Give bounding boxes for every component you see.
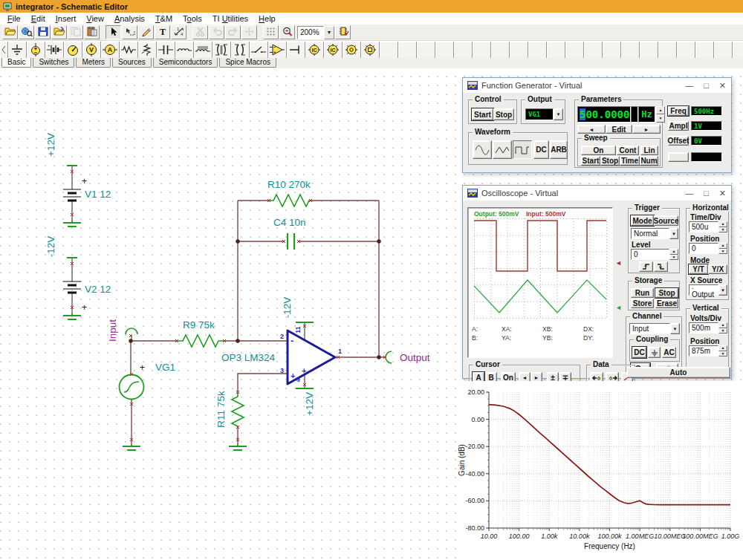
coupling-dc-button[interactable]: DC [632,347,646,358]
schematic-canvas[interactable]: + V1 12 +12V + V2 12 -12V Input + VG1 [0,68,743,560]
app-titlebar[interactable]: integrator - Schematic Editor [0,0,743,13]
fg-dc-button[interactable]: DC [533,140,549,159]
trigger-mode-dropdown-button[interactable]: ▼ [669,228,678,239]
fg-digit-left-button[interactable]: ◄ [577,125,606,134]
fg-digit-right-button[interactable]: ► [632,125,661,134]
tab-meters[interactable]: Meters [76,58,111,68]
zoom-button[interactable] [279,25,295,39]
fg-start-button[interactable]: Start [472,108,493,120]
import-button[interactable] [51,25,67,39]
menu-t-m[interactable]: T&M [151,13,178,24]
v-position-input[interactable]: 875m [689,345,718,356]
save-button[interactable] [35,25,51,39]
component-ammeter-button[interactable]: A [101,42,120,59]
menu-help[interactable]: Help [254,13,282,24]
menu-edit[interactable]: Edit [27,13,51,24]
trigger-level-marker[interactable]: ◄ [615,260,622,267]
tab-basic[interactable]: Basic [1,58,31,68]
fg-ampl-button[interactable]: Ampl [668,121,689,131]
fg-maximize-button[interactable]: □ [704,82,709,90]
component-resistor-button[interactable] [120,42,138,59]
trigger-level-spinner[interactable]: ▲▼ [669,249,678,260]
fg-blank-button[interactable] [668,152,689,162]
menu-tools[interactable]: Tools [178,13,208,24]
component-gauge-button[interactable] [64,42,82,59]
resistor-r9[interactable]: R9 75k [177,319,224,347]
source-vg1[interactable]: + VG1 [120,362,176,450]
fg-sweep-lin-button[interactable]: Lin [640,146,658,155]
zoom-level-value[interactable]: 200% [297,26,324,39]
fg-frequency-spinner[interactable]: ▲▼ [656,106,665,123]
undo-button[interactable] [209,25,224,39]
mode-yx-button[interactable]: Y/X [708,264,727,274]
trigger-mode-select[interactable]: Normal [631,228,669,239]
scope-minimize-button[interactable]: — [685,189,693,198]
tab-semiconductors[interactable]: Semiconductors [153,58,218,68]
timediv-spinner[interactable]: ▲▼ [718,221,727,232]
component-ic-1-button[interactable]: IC [305,42,324,59]
dimension-button[interactable]: 14 [171,25,186,39]
fg-sweep-stop-button[interactable]: Stop [600,156,620,166]
xsource-select[interactable]: . Output [689,284,718,296]
component-potentiometer-button[interactable] [138,42,157,59]
component-battery-button[interactable]: + [45,42,64,59]
trigger-level-input[interactable]: 0 [631,249,669,260]
fg-stop-button[interactable]: Stop [493,108,514,120]
component-ic-4-button[interactable] [361,42,380,59]
capacitor-c4[interactable]: C4 10n [273,217,306,250]
component-ground-button[interactable] [8,42,27,59]
trigger-source-button[interactable]: Source [654,215,678,226]
fg-sweep-cont-button[interactable]: Cont [617,146,639,155]
output-jack[interactable] [386,351,392,363]
menu-view[interactable]: View [82,13,110,24]
coupling-ground-button[interactable] [648,347,661,358]
component-inductor-button[interactable] [175,42,194,59]
open-button[interactable] [2,25,18,39]
menu-file[interactable]: File [3,13,27,24]
xsource-dropdown-button[interactable]: ▼ [718,284,727,296]
select-button[interactable] [106,25,121,39]
fg-sweep-on-button[interactable]: On [581,146,616,155]
zoom-dropdown-button[interactable]: ▼ [324,26,334,39]
voltsdiv-spinner[interactable]: ▲▼ [718,322,727,333]
storage-run-button[interactable]: Run [631,288,654,298]
storage-store-button[interactable]: Store [631,299,654,308]
component-voltmeter-button[interactable]: V [82,42,101,59]
voltsdiv-input[interactable]: 500m [689,322,718,333]
component-capacitor-button[interactable] [157,42,175,59]
fg-sweep-start-button[interactable]: Start [581,156,600,166]
component-inductor-core-button[interactable] [194,42,212,59]
paste-button[interactable] [84,25,100,39]
scope-auto-button[interactable]: Auto [626,367,730,378]
component-ic-2-button[interactable]: IC [324,42,343,59]
component-transformer-button[interactable] [212,42,231,59]
storage-stop-button[interactable]: Stop [655,288,678,298]
tab-sources[interactable]: Sources [112,58,152,68]
wires[interactable] [131,201,385,444]
component-opamp-button[interactable] [268,42,287,59]
h-position-spinner[interactable]: ▲▼ [718,243,727,254]
component-switch-button[interactable] [250,42,268,59]
fg-sweep-num-button[interactable]: Num [640,156,658,166]
mode-yt-button[interactable]: Y/T [689,264,708,274]
pin-check-button[interactable] [335,25,351,39]
function-generator-titlebar[interactable]: Function Generator - Virtual —□✕ [463,78,731,93]
grid-button[interactable] [263,25,279,39]
fg-minimize-button[interactable]: — [685,82,693,90]
v-position-spinner[interactable]: ▲▼ [718,345,727,356]
component-ic-3-button[interactable] [343,42,361,59]
component-coupled-coils-button[interactable] [231,42,250,59]
channel-select[interactable]: Input [629,323,670,334]
menu-insert[interactable]: Insert [51,13,82,24]
tab-spice-macros[interactable]: Spice Macros [219,58,276,68]
scope-close-button[interactable]: ✕ [719,189,726,198]
fg-freq-button[interactable]: Freq [668,106,689,116]
storage-erase-button[interactable]: Erase [655,299,678,308]
channel-position-marker[interactable]: ◄ [615,305,622,311]
zoom-level-select[interactable]: 200%▼ [297,26,334,39]
resistor-r11[interactable]: R11 75k [215,391,247,450]
find-button[interactable] [19,25,34,39]
coupling-ac-button[interactable]: AC [662,347,676,358]
fg-output-select-value[interactable]: VG1 [525,108,554,120]
fg-arb-button[interactable]: ARB [550,140,568,159]
